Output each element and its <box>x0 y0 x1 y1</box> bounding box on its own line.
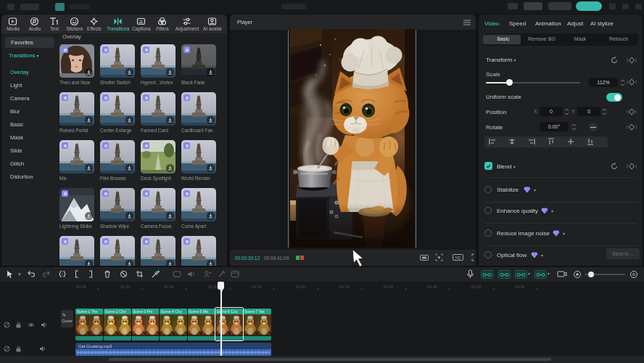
svg-text:HD: HD <box>455 256 461 260</box>
